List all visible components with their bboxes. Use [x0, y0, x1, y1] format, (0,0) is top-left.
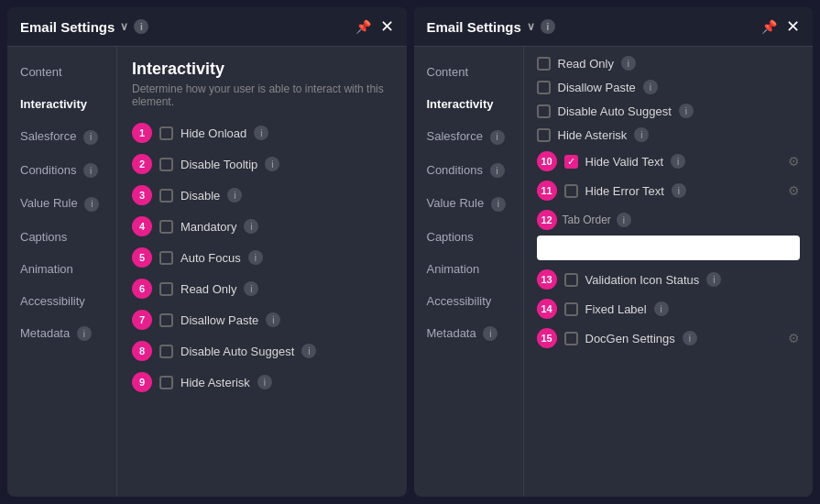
right-checkbox-hide-valid-text[interactable]: ✓	[564, 155, 578, 169]
right-pin-icon[interactable]: 📌	[761, 19, 777, 34]
right-conditions-info-badge[interactable]: i	[490, 163, 505, 178]
option-info-2[interactable]: i	[265, 157, 279, 171]
option-info-9[interactable]: i	[257, 375, 272, 389]
left-header-icons: 📌 ✕	[355, 16, 394, 37]
sidebar-item-accessibility[interactable]: Accessibility	[7, 285, 116, 317]
right-info-disable-auto-suggest[interactable]: i	[679, 104, 694, 118]
right-info-hide-asterisk[interactable]: i	[634, 127, 649, 142]
right-checkbox-validation-icon[interactable]	[564, 273, 578, 287]
right-gear-hide-error-text[interactable]: ⚙	[788, 183, 800, 198]
metadata-info-badge[interactable]: i	[77, 326, 92, 341]
right-label-hide-valid-text: Hide Valid Text	[585, 155, 664, 169]
right-sidebar-item-interactivity[interactable]: Interactivity	[414, 88, 523, 120]
right-salesforce-info-badge[interactable]: i	[490, 130, 505, 145]
sidebar-item-conditions[interactable]: Conditions i	[7, 154, 116, 188]
sidebar-item-animation[interactable]: Animation	[7, 253, 116, 285]
step-badge-12: 12	[537, 210, 557, 230]
step-badge-2: 2	[132, 154, 152, 174]
right-valuerule-info-badge[interactable]: i	[491, 197, 506, 212]
right-gear-hide-valid-text[interactable]: ⚙	[788, 154, 800, 169]
right-title-info[interactable]: i	[541, 19, 555, 34]
option-checkbox-5[interactable]	[159, 251, 173, 265]
option-checkbox-7[interactable]	[159, 313, 173, 327]
right-sidebar-item-captions[interactable]: Captions	[414, 221, 523, 253]
left-close-button[interactable]: ✕	[380, 16, 394, 37]
option-info-1[interactable]: i	[254, 126, 268, 140]
right-sidebar-content-label: Content	[427, 65, 469, 79]
left-pin-icon[interactable]: 📌	[355, 19, 371, 34]
option-checkbox-9[interactable]	[159, 376, 173, 389]
option-checkbox-4[interactable]	[159, 220, 173, 234]
right-sidebar-item-content[interactable]: Content	[414, 56, 523, 88]
right-gear-docgen[interactable]: ⚙	[788, 331, 800, 345]
right-checkbox-disable-auto-suggest[interactable]	[537, 104, 551, 118]
option-info-4[interactable]: i	[244, 219, 258, 234]
tab-order-label: Tab Order	[563, 214, 611, 226]
right-sidebar-conditions-label: Conditions	[427, 163, 483, 177]
right-info-hide-valid-text[interactable]: i	[671, 154, 685, 169]
option-row-2: 2 Disable Tooltip i	[132, 154, 392, 174]
valuerule-info-badge[interactable]: i	[84, 197, 99, 212]
left-panel-title: Email Settings ∨ i	[20, 19, 148, 35]
left-title-chevron[interactable]: ∨	[120, 20, 128, 33]
salesforce-info-badge[interactable]: i	[83, 130, 98, 145]
right-sidebar-valuerule-label: Value Rule	[427, 196, 485, 210]
option-info-7[interactable]: i	[266, 312, 280, 327]
right-sidebar-item-salesforce[interactable]: Salesforce i	[414, 120, 523, 154]
sidebar-interactivity-label: Interactivity	[20, 97, 87, 111]
option-info-3[interactable]: i	[227, 188, 242, 203]
option-info-8[interactable]: i	[301, 344, 316, 358]
step-badge-14: 14	[537, 299, 557, 319]
left-title-info[interactable]: i	[134, 19, 148, 34]
sidebar-item-content[interactable]: Content	[7, 56, 116, 88]
sidebar-item-value-rule[interactable]: Value Rule i	[7, 187, 116, 221]
right-checkbox-hide-asterisk[interactable]	[537, 128, 551, 142]
step-badge-11: 11	[537, 181, 557, 201]
right-label-disallow-paste: Disallow Paste	[558, 81, 636, 94]
right-info-readonly[interactable]: i	[621, 56, 636, 71]
sidebar-captions-label: Captions	[20, 230, 67, 244]
sidebar-item-metadata[interactable]: Metadata i	[7, 317, 116, 351]
right-option-row-fixed-label: 14 Fixed Label i	[537, 299, 801, 319]
sidebar-conditions-label: Conditions	[20, 163, 76, 177]
right-info-fixed-label[interactable]: i	[654, 301, 669, 316]
tab-order-info[interactable]: i	[617, 213, 631, 227]
option-label-4: Mandatory	[180, 220, 236, 234]
option-row-4: 4 Mandatory i	[132, 216, 392, 236]
option-checkbox-8[interactable]	[159, 345, 173, 358]
right-checkbox-readonly[interactable]	[537, 57, 551, 71]
right-info-disallow-paste[interactable]: i	[643, 80, 658, 94]
right-checkbox-docgen[interactable]	[564, 332, 578, 345]
right-sidebar-accessibility-label: Accessibility	[427, 294, 492, 308]
right-checkbox-fixed-label[interactable]	[564, 302, 578, 316]
right-sidebar-item-accessibility[interactable]: Accessibility	[414, 285, 523, 317]
right-info-docgen[interactable]: i	[683, 331, 697, 345]
option-label-1: Hide Onload	[180, 126, 246, 140]
option-info-5[interactable]: i	[248, 250, 263, 265]
option-row-5: 5 Auto Focus i	[132, 247, 392, 268]
right-checkbox-hide-error-text[interactable]	[564, 184, 578, 198]
sidebar-item-captions[interactable]: Captions	[7, 221, 116, 253]
tab-order-input[interactable]	[537, 236, 801, 260]
right-sidebar-item-conditions[interactable]: Conditions i	[414, 154, 523, 188]
right-checkbox-disallow-paste[interactable]	[537, 81, 551, 94]
right-metadata-info-badge[interactable]: i	[483, 326, 497, 341]
option-checkbox-1[interactable]	[159, 126, 173, 140]
option-checkbox-2[interactable]	[159, 158, 173, 171]
option-checkbox-3[interactable]	[159, 189, 173, 203]
right-sidebar-item-metadata[interactable]: Metadata i	[414, 317, 523, 351]
step-badge-13: 13	[537, 269, 557, 290]
option-info-6[interactable]: i	[244, 281, 258, 296]
right-close-button[interactable]: ✕	[786, 16, 800, 37]
sidebar-item-interactivity[interactable]: Interactivity	[7, 88, 116, 120]
right-sidebar-item-animation[interactable]: Animation	[414, 253, 523, 285]
right-info-validation-icon[interactable]: i	[706, 272, 721, 287]
option-checkbox-6[interactable]	[159, 282, 173, 296]
right-sidebar-item-value-rule[interactable]: Value Rule i	[414, 187, 523, 221]
right-title-chevron[interactable]: ∨	[527, 20, 535, 33]
sidebar-item-salesforce[interactable]: Salesforce i	[7, 120, 116, 154]
right-info-hide-error-text[interactable]: i	[672, 183, 686, 198]
conditions-info-badge[interactable]: i	[83, 163, 98, 178]
right-option-row-disable-auto-suggest: Disable Auto Suggest i	[537, 104, 801, 118]
right-option-row-disallow-paste: Disallow Paste i	[537, 80, 801, 94]
